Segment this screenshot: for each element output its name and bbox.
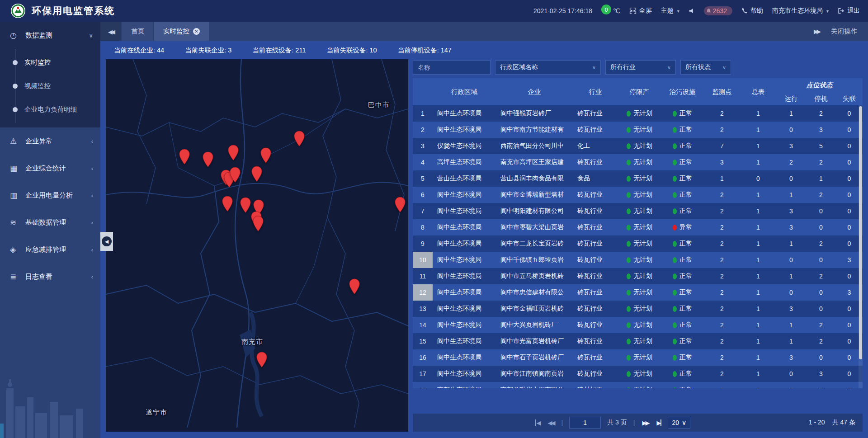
cell-company: 西南油气田分公司川中	[496, 138, 573, 154]
sidebar-nav: ◷数据监测∨实时监控视频监控企业电力负荷明细⚠企业异常‹▦企业综合统计‹▥企业用…	[0, 22, 100, 290]
table-header: 行政区域企业行业停限产治污设施监测点总表点位状态运行停机失联	[413, 78, 863, 105]
status-dot-green	[673, 111, 677, 117]
table-row[interactable]: 15阆中生态环境局阆中市光富页岩机砖厂砖瓦行业无计划正常21120	[413, 333, 863, 349]
facility-label: 正常	[679, 158, 692, 166]
cell-meter: 1	[740, 187, 776, 203]
table-row[interactable]: 6阆中生态环境局阆中市金博瑞新型墙材砖瓦行业无计划正常21120	[413, 187, 863, 203]
page-number-input[interactable]	[569, 417, 601, 429]
table-row[interactable]: 17阆中生态环境局阆中市江南镇阆南页岩砖瓦行业无计划正常21030	[413, 366, 863, 382]
sidebar-item-企业综合统计[interactable]: ▦企业综合统计‹	[0, 155, 100, 182]
status-select[interactable]: 所有状态∨	[680, 60, 731, 75]
table-row[interactable]: 12阆中生态环境局阆中市忠信建材有限公砖瓦行业无计划正常21003	[413, 284, 863, 301]
table-row[interactable]: 9阆中生态环境局阆中市二龙长宝页岩砖砖瓦行业无计划正常21120	[413, 235, 863, 252]
map-pin-icon[interactable]	[252, 216, 264, 232]
sidebar-subitem-企业电力负荷明细[interactable]: 企业电力负荷明细	[0, 98, 100, 121]
cell-region: 高坪生态环境局	[433, 154, 496, 170]
cell-index: 7	[413, 203, 433, 219]
logout-button[interactable]: 退出	[838, 7, 860, 15]
sidebar-subitem-视频监控[interactable]: 视频监控	[0, 74, 100, 98]
close-operations-menu[interactable]: 关闭操作	[831, 27, 857, 36]
map-pin-icon[interactable]	[179, 149, 190, 165]
close-icon[interactable]: ✕	[193, 28, 200, 35]
cell-run: 3	[776, 301, 806, 317]
collapse-panel-button[interactable]: ◀	[100, 232, 113, 251]
map-pin-icon[interactable]	[256, 352, 268, 368]
map-pin-icon[interactable]	[293, 131, 305, 147]
cell-points: 2	[704, 349, 740, 366]
tab-实时监控[interactable]: 实时监控✕	[154, 22, 209, 41]
cell-stop: 2	[806, 268, 836, 284]
limit-label: 无计划	[633, 386, 652, 388]
cell-index: 2	[413, 122, 433, 138]
tabs-scroll-right-button[interactable]: ▶▶	[814, 28, 819, 35]
cell-limit: 无计划	[618, 170, 661, 187]
facility-label: 正常	[679, 370, 692, 378]
skyline-decoration	[0, 370, 100, 438]
last-page-button[interactable]: ▶	[656, 419, 661, 426]
theme-menu[interactable]: 主题▾	[661, 7, 679, 15]
cell-company: 阆中千佛镇五郎垭页岩	[496, 252, 573, 268]
map-pin-icon[interactable]	[229, 167, 241, 183]
sidebar-item-基础数据管理[interactable]: ≋基础数据管理‹	[0, 209, 100, 236]
map[interactable]: 巴中市南充市遂宁市 ◀	[106, 59, 408, 432]
prev-page-button[interactable]: ◀◀	[547, 419, 555, 426]
sidebar-submenu: 实时监控视频监控企业电力负荷明细	[0, 49, 100, 127]
tab-首页[interactable]: 首页	[122, 22, 153, 41]
table-row[interactable]: 8阆中生态环境局阆中市枣碧大梁山页岩砖瓦行业无计划异常21300	[413, 219, 863, 235]
status-dot-green	[673, 208, 677, 214]
map-pin-icon[interactable]	[227, 145, 239, 161]
table-row[interactable]: 10阆中生态环境局阆中千佛镇五郎垭页岩砖瓦行业无计划正常21003	[413, 252, 863, 268]
map-pin-icon[interactable]	[222, 196, 233, 212]
table-row[interactable]: 5营山生态环境局营山县润丰肉食品有限食品无计划正常10010	[413, 170, 863, 187]
sidebar-item-应急减排管理[interactable]: ◈应急减排管理‹	[0, 236, 100, 263]
help-button[interactable]: 帮助	[741, 7, 763, 15]
cell-index: 5	[413, 170, 433, 187]
table-row[interactable]: 16阆中生态环境局阆中市石子页岩机砖厂砖瓦行业无计划正常21300	[413, 349, 863, 366]
fullscreen-button[interactable]: 全屏	[629, 7, 652, 15]
map-pin-icon[interactable]	[394, 197, 406, 213]
map-pin-icon[interactable]	[260, 147, 272, 164]
table-row[interactable]: 4高坪生态环境局南充市高坪区王家店建砖瓦行业无计划正常31220	[413, 154, 863, 170]
cell-points: 2	[704, 235, 740, 252]
sidebar-item-日志查看[interactable]: ≣日志查看‹	[0, 263, 100, 290]
cell-limit: 无计划	[618, 154, 661, 170]
table-row[interactable]: 7阆中生态环境局阆中明阳建材有限公司砖瓦行业无计划正常21300	[413, 203, 863, 219]
table-row[interactable]: 13阆中生态环境局阆中市金福旺页岩机砖砖瓦行业无计划正常21300	[413, 301, 863, 317]
cell-facility: 正常	[661, 138, 704, 154]
map-pin-icon[interactable]	[349, 278, 360, 295]
cell-points: 2	[704, 219, 740, 235]
mute-button[interactable]	[689, 8, 695, 14]
monitor-icon: ◷	[10, 31, 22, 40]
map-pin-icon[interactable]	[202, 151, 214, 168]
page-size-select[interactable]: 20∨	[668, 417, 690, 429]
table-row[interactable]: 14阆中生态环境局阆中大兴页岩机砖厂砖瓦行业无计划正常21120	[413, 317, 863, 333]
map-pin-icon[interactable]	[251, 166, 263, 182]
region-select[interactable]: 行政区域名称∨	[495, 60, 601, 75]
first-page-button[interactable]: ◀	[535, 419, 541, 426]
sidebar-item-企业用电量分析[interactable]: ▥企业用电量分析‹	[0, 182, 100, 209]
sidebar-item-企业异常[interactable]: ⚠企业异常‹	[0, 127, 100, 155]
org-menu[interactable]: 南充市生态环境局▾	[772, 7, 829, 15]
name-search-input[interactable]	[413, 60, 491, 75]
map-pin-icon[interactable]	[240, 197, 251, 213]
table-scrollbar[interactable]	[859, 105, 863, 388]
cell-stop: 2	[806, 235, 836, 252]
table-row[interactable]: 18南部生态环境局南部县砒华水泥有限公建材加工无计划正常62060	[413, 382, 863, 388]
cell-points: 2	[704, 203, 740, 219]
cell-region: 仪陇生态环境局	[433, 138, 496, 154]
sidebar-subitem-实时监控[interactable]: 实时监控	[0, 51, 100, 74]
cell-industry: 化工	[573, 138, 618, 154]
sidebar-subitem-label: 企业电力负荷明细	[24, 105, 77, 114]
table-row[interactable]: 3仪陇生态环境局西南油气田分公司川中化工无计划正常71350	[413, 138, 863, 154]
tabs-scroll-left-button[interactable]: ◀◀	[100, 22, 121, 41]
table-row[interactable]: 2阆中生态环境局阆中市南方节能建材有砖瓦行业无计划正常21030	[413, 122, 863, 138]
next-page-button[interactable]: ▶▶	[641, 419, 649, 426]
sidebar-item-数据监测[interactable]: ◷数据监测∨	[0, 22, 100, 49]
notification-badge[interactable]: 2632	[704, 6, 732, 15]
table-row[interactable]: 1阆中生态环境局阆中强锐页岩砖厂砖瓦行业无计划正常21120	[413, 105, 863, 122]
facility-label: 正常	[679, 305, 692, 313]
cell-company: 阆中市南方节能建材有	[496, 122, 573, 138]
facility-label: 正常	[679, 337, 692, 345]
table-row[interactable]: 11阆中生态环境局阆中市五马桥页岩机砖砖瓦行业无计划正常21120	[413, 268, 863, 284]
industry-select[interactable]: 所有行业∨	[605, 60, 676, 75]
